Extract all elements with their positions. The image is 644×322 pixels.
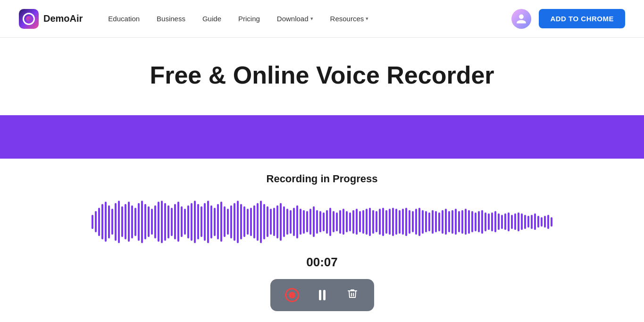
waveform-bar [184,209,186,235]
waveform-bar [201,206,202,237]
nav-item-education[interactable]: Education [101,11,146,26]
waveform-bar [326,210,328,234]
waveform-bar [511,215,513,229]
waveform-bar [475,212,477,231]
waveform-bar [385,210,387,234]
waveform-bar [455,209,457,235]
waveform-bar [164,203,166,241]
hero-section: Free & Online Voice Recorder [0,38,644,104]
waveform-bar [362,210,364,234]
waveform-bar [257,203,259,241]
nav-item-business[interactable]: Business [150,11,192,26]
record-stop-icon [285,288,299,302]
controls-bar [270,279,374,311]
waveform-bar [422,210,424,234]
waveform [20,198,624,246]
waveform-bar [128,202,130,242]
waveform-bar [333,211,335,232]
waveform-bar [105,202,107,242]
waveform-bar [504,213,506,230]
waveform-bar [95,211,97,232]
waveform-bar [329,208,331,236]
waveform-bar [253,205,255,238]
waveform-bar [409,210,410,234]
waveform-bar [366,209,368,235]
waveform-bar [458,211,460,232]
waveform-bar [405,208,407,236]
nav-item-pricing[interactable]: Pricing [232,11,267,26]
nav-item-download[interactable]: Download ▾ [270,11,320,26]
waveform-bar [131,205,133,238]
waveform-bar [309,209,311,235]
waveform-bar [498,213,500,230]
waveform-bar [323,212,325,231]
waveform-bar [207,201,209,243]
add-to-chrome-button[interactable]: ADD TO CHROME [539,9,625,28]
waveform-bar [319,211,321,232]
waveform-bar [177,202,179,242]
waveform-bar [428,212,430,231]
waveform-bar [432,210,434,234]
waveform-bar [399,210,401,234]
waveform-bar [485,212,486,231]
pause-button[interactable] [312,285,333,305]
waveform-bar [461,210,463,234]
waveform-bar [395,209,397,235]
waveform-bar [191,203,192,241]
waveform-bar [346,211,348,232]
delete-button[interactable] [342,285,363,305]
waveform-bar [389,209,391,235]
waveform-bar [465,209,467,235]
waveform-bar [161,201,163,243]
waveform-bar [352,210,354,234]
download-chevron-icon: ▾ [310,16,313,22]
waveform-bar [197,204,199,239]
waveform-bar [343,209,344,235]
waveform-bar [418,208,420,236]
waveform-bar [144,204,146,239]
waveform-bar [290,210,292,234]
waveform-bar [425,211,427,232]
waveform-bar [101,204,103,239]
nav-item-resources[interactable]: Resources ▾ [324,11,376,26]
waveform-bar [448,211,450,232]
waveform-bar [376,211,377,232]
waveform-bar [551,217,552,227]
waveform-bar [134,208,136,236]
waveform-bar [445,209,447,235]
nav-item-guide[interactable]: Guide [196,11,228,26]
waveform-bar [481,210,483,234]
waveform-bar [369,208,371,236]
waveform-bar [167,205,169,238]
waveform-bar [250,208,252,236]
waveform-bar [217,204,219,239]
waveform-bar [210,205,212,238]
waveform-bar [392,208,394,236]
waveform-bar [524,215,526,229]
waveform-bar [452,210,453,234]
waveform-bar [151,209,153,235]
waveform-bar [280,203,282,241]
waveform-bar [402,209,404,235]
waveform-bar [260,201,262,243]
waveform-bar [382,208,384,236]
logo[interactable]: DemoAir [19,9,83,29]
nav-right: ADD TO CHROME [511,9,625,29]
waveform-bar [313,206,315,237]
waveform-bar [293,208,295,236]
waveform-bar [435,211,437,232]
pause-icon [319,290,326,300]
waveform-bar [237,201,239,243]
waveform-bar [187,205,189,238]
waveform-bar [108,205,110,238]
waveform-bar [111,209,113,235]
waveform-bar [501,215,503,229]
waveform-bar [138,203,140,241]
waveform-bar [339,210,341,234]
waveform-bar [214,208,216,236]
waveform-bar [300,209,301,235]
waveform-bar [514,213,516,230]
user-avatar[interactable] [511,9,531,29]
waveform-bar [547,215,549,229]
record-stop-button[interactable] [282,285,302,305]
